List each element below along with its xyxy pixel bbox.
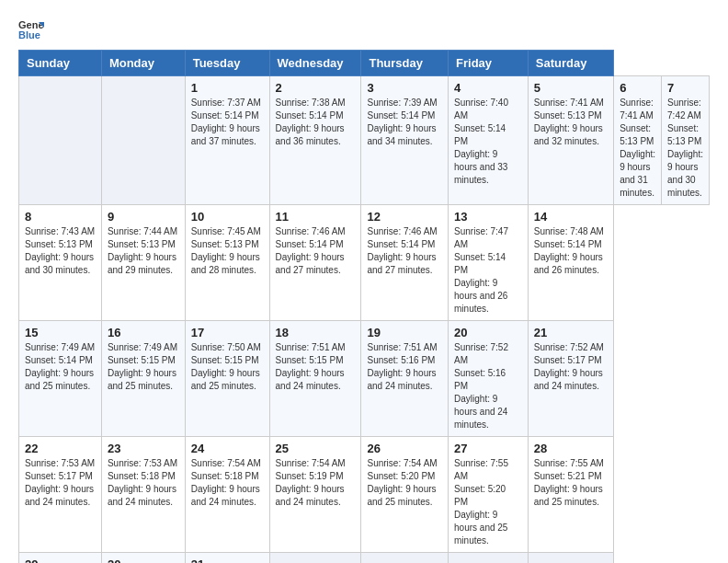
calendar-week-row: 22Sunrise: 7:53 AMSunset: 5:17 PMDayligh… bbox=[19, 437, 710, 553]
day-cell: 2Sunrise: 7:38 AMSunset: 5:14 PMDaylight… bbox=[269, 76, 361, 205]
day-cell: 4Sunrise: 7:40 AMSunset: 5:14 PMDaylight… bbox=[449, 76, 529, 205]
empty-cell bbox=[19, 76, 102, 205]
day-cell: 12Sunrise: 7:46 AMSunset: 5:14 PMDayligh… bbox=[361, 205, 449, 321]
weekday-header-cell: Sunday bbox=[19, 51, 102, 76]
calendar-week-row: 1Sunrise: 7:37 AMSunset: 5:14 PMDaylight… bbox=[19, 76, 710, 205]
day-number: 31 bbox=[191, 557, 264, 563]
day-number: 24 bbox=[191, 442, 264, 455]
day-info: Sunrise: 7:49 AMSunset: 5:14 PMDaylight:… bbox=[25, 341, 96, 393]
weekday-header-cell: Monday bbox=[101, 51, 185, 76]
day-cell: 28Sunrise: 7:55 AMSunset: 5:21 PMDayligh… bbox=[528, 437, 613, 553]
day-cell: 31Sunrise: 7:56 AMSunset: 5:23 PMDayligh… bbox=[185, 553, 269, 564]
weekday-header-cell: Tuesday bbox=[185, 51, 269, 76]
day-number: 2 bbox=[276, 81, 356, 95]
day-info: Sunrise: 7:39 AMSunset: 5:14 PMDaylight:… bbox=[367, 97, 442, 148]
day-info: Sunrise: 7:51 AMSunset: 5:15 PMDaylight:… bbox=[276, 341, 356, 393]
day-info: Sunrise: 7:47 AMSunset: 5:14 PMDaylight:… bbox=[454, 225, 522, 316]
day-number: 15 bbox=[25, 326, 96, 339]
day-number: 3 bbox=[367, 81, 442, 95]
day-info: Sunrise: 7:45 AMSunset: 5:13 PMDaylight:… bbox=[191, 225, 264, 277]
day-number: 5 bbox=[534, 81, 608, 95]
calendar-week-row: 8Sunrise: 7:43 AMSunset: 5:13 PMDaylight… bbox=[19, 205, 710, 321]
calendar-week-row: 15Sunrise: 7:49 AMSunset: 5:14 PMDayligh… bbox=[19, 321, 710, 437]
weekday-header-cell: Thursday bbox=[361, 51, 449, 76]
day-cell: 14Sunrise: 7:48 AMSunset: 5:14 PMDayligh… bbox=[528, 205, 613, 321]
day-cell: 11Sunrise: 7:46 AMSunset: 5:14 PMDayligh… bbox=[269, 205, 361, 321]
day-cell: 27Sunrise: 7:55 AMSunset: 5:20 PMDayligh… bbox=[449, 437, 529, 553]
weekday-header-row: SundayMondayTuesdayWednesdayThursdayFrid… bbox=[19, 51, 710, 76]
day-number: 20 bbox=[454, 326, 522, 339]
day-info: Sunrise: 7:48 AMSunset: 5:14 PMDaylight:… bbox=[534, 225, 608, 277]
day-number: 17 bbox=[191, 326, 264, 339]
day-info: Sunrise: 7:52 AMSunset: 5:17 PMDaylight:… bbox=[534, 341, 608, 393]
day-info: Sunrise: 7:37 AMSunset: 5:14 PMDaylight:… bbox=[191, 97, 264, 148]
svg-text:Blue: Blue bbox=[18, 29, 40, 40]
weekday-header-cell: Saturday bbox=[528, 51, 613, 76]
day-number: 12 bbox=[367, 210, 442, 224]
day-cell: 7Sunrise: 7:42 AMSunset: 5:13 PMDaylight… bbox=[662, 76, 710, 205]
empty-cell bbox=[449, 553, 529, 564]
day-number: 27 bbox=[454, 442, 522, 455]
day-cell: 30Sunrise: 7:55 AMSunset: 5:22 PMDayligh… bbox=[101, 553, 185, 564]
day-cell: 15Sunrise: 7:49 AMSunset: 5:14 PMDayligh… bbox=[19, 321, 102, 437]
day-info: Sunrise: 7:52 AMSunset: 5:16 PMDaylight:… bbox=[454, 341, 522, 431]
day-info: Sunrise: 7:53 AMSunset: 5:18 PMDaylight:… bbox=[108, 457, 179, 509]
day-cell: 3Sunrise: 7:39 AMSunset: 5:14 PMDaylight… bbox=[361, 76, 449, 205]
day-cell: 1Sunrise: 7:37 AMSunset: 5:14 PMDaylight… bbox=[185, 76, 269, 205]
day-number: 21 bbox=[534, 326, 608, 339]
day-info: Sunrise: 7:38 AMSunset: 5:14 PMDaylight:… bbox=[276, 97, 356, 148]
day-cell: 18Sunrise: 7:51 AMSunset: 5:15 PMDayligh… bbox=[269, 321, 361, 437]
day-info: Sunrise: 7:41 AMSunset: 5:13 PMDaylight:… bbox=[620, 97, 655, 200]
day-cell: 19Sunrise: 7:51 AMSunset: 5:16 PMDayligh… bbox=[361, 321, 449, 437]
day-info: Sunrise: 7:54 AMSunset: 5:20 PMDaylight:… bbox=[367, 457, 442, 509]
empty-cell bbox=[361, 553, 449, 564]
day-info: Sunrise: 7:46 AMSunset: 5:14 PMDaylight:… bbox=[276, 225, 356, 277]
calendar-table: SundayMondayTuesdayWednesdayThursdayFrid… bbox=[18, 50, 710, 563]
day-cell: 16Sunrise: 7:49 AMSunset: 5:15 PMDayligh… bbox=[101, 321, 185, 437]
day-number: 4 bbox=[454, 81, 522, 95]
day-cell: 29Sunrise: 7:55 AMSunset: 5:22 PMDayligh… bbox=[19, 553, 102, 564]
day-cell: 17Sunrise: 7:50 AMSunset: 5:15 PMDayligh… bbox=[185, 321, 269, 437]
day-info: Sunrise: 7:53 AMSunset: 5:17 PMDaylight:… bbox=[25, 457, 96, 509]
day-info: Sunrise: 7:54 AMSunset: 5:19 PMDaylight:… bbox=[276, 457, 356, 509]
day-number: 28 bbox=[534, 442, 608, 455]
day-number: 18 bbox=[276, 326, 356, 339]
day-cell: 8Sunrise: 7:43 AMSunset: 5:13 PMDaylight… bbox=[19, 205, 102, 321]
empty-cell bbox=[101, 76, 185, 205]
day-number: 30 bbox=[108, 557, 179, 563]
day-number: 19 bbox=[367, 326, 442, 339]
day-number: 29 bbox=[25, 557, 96, 563]
day-info: Sunrise: 7:44 AMSunset: 5:13 PMDaylight:… bbox=[108, 225, 179, 277]
calendar-body: 1Sunrise: 7:37 AMSunset: 5:14 PMDaylight… bbox=[19, 76, 710, 564]
day-number: 7 bbox=[667, 81, 703, 95]
calendar-week-row: 29Sunrise: 7:55 AMSunset: 5:22 PMDayligh… bbox=[19, 553, 710, 564]
day-number: 1 bbox=[191, 81, 264, 95]
day-cell: 9Sunrise: 7:44 AMSunset: 5:13 PMDaylight… bbox=[101, 205, 185, 321]
day-number: 8 bbox=[25, 210, 96, 224]
empty-cell bbox=[269, 553, 361, 564]
logo: General Blue bbox=[18, 18, 44, 40]
day-number: 6 bbox=[620, 81, 655, 95]
day-info: Sunrise: 7:55 AMSunset: 5:20 PMDaylight:… bbox=[454, 457, 522, 547]
day-cell: 20Sunrise: 7:52 AMSunset: 5:16 PMDayligh… bbox=[449, 321, 529, 437]
day-cell: 23Sunrise: 7:53 AMSunset: 5:18 PMDayligh… bbox=[101, 437, 185, 553]
day-cell: 21Sunrise: 7:52 AMSunset: 5:17 PMDayligh… bbox=[528, 321, 613, 437]
day-cell: 24Sunrise: 7:54 AMSunset: 5:18 PMDayligh… bbox=[185, 437, 269, 553]
day-info: Sunrise: 7:46 AMSunset: 5:14 PMDaylight:… bbox=[367, 225, 442, 277]
weekday-header-cell: Wednesday bbox=[269, 51, 361, 76]
day-info: Sunrise: 7:50 AMSunset: 5:15 PMDaylight:… bbox=[191, 341, 264, 393]
day-info: Sunrise: 7:41 AMSunset: 5:13 PMDaylight:… bbox=[534, 97, 608, 148]
day-info: Sunrise: 7:55 AMSunset: 5:21 PMDaylight:… bbox=[534, 457, 608, 509]
day-info: Sunrise: 7:51 AMSunset: 5:16 PMDaylight:… bbox=[367, 341, 442, 393]
day-cell: 5Sunrise: 7:41 AMSunset: 5:13 PMDaylight… bbox=[528, 76, 613, 205]
weekday-header-cell: Friday bbox=[449, 51, 529, 76]
header: General Blue bbox=[18, 18, 710, 40]
logo-icon: General Blue bbox=[18, 18, 44, 40]
day-number: 13 bbox=[454, 210, 522, 224]
day-number: 10 bbox=[191, 210, 264, 224]
day-number: 25 bbox=[276, 442, 356, 455]
day-cell: 6Sunrise: 7:41 AMSunset: 5:13 PMDaylight… bbox=[614, 76, 662, 205]
day-info: Sunrise: 7:49 AMSunset: 5:15 PMDaylight:… bbox=[108, 341, 179, 393]
day-number: 26 bbox=[367, 442, 442, 455]
day-number: 9 bbox=[108, 210, 179, 224]
